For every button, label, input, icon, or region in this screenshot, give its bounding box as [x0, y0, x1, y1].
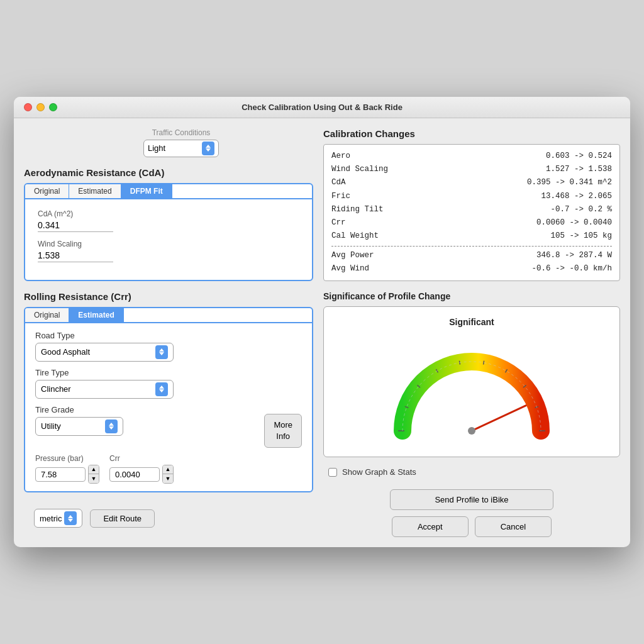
cal-row-avgwind: Avg Wind -0.6 -> -0.0 km/h — [331, 262, 612, 275]
tire-type-spinner[interactable] — [155, 382, 168, 396]
cda-value: 0.341 — [38, 220, 113, 232]
tire-type-label: Tire Type — [35, 368, 302, 377]
titlebar: Check Calibration Using Out & Back Ride — [14, 97, 630, 118]
significance-title: Significance of Profile Change — [323, 291, 620, 301]
show-graph-row: Show Graph & Stats — [323, 467, 620, 477]
cal-val-tilt: -0.7 -> 0.2 % — [550, 203, 612, 216]
cal-row-tilt: Riding Tilt -0.7 -> 0.2 % — [331, 203, 612, 216]
window-controls — [24, 103, 57, 111]
crr-tab-header: Original Estimated — [25, 308, 312, 323]
tire-grade-down — [109, 426, 114, 430]
cal-row-wind: Wind Scaling 1.527 -> 1.538 — [331, 163, 612, 176]
traffic-conditions-section: Traffic Conditions Light — [24, 128, 313, 157]
road-type-up — [159, 348, 164, 352]
cal-val-avgwind: -0.6 -> -0.0 km/h — [531, 262, 612, 275]
close-button[interactable] — [24, 103, 32, 111]
aero-tab-dfpm[interactable]: DFPM Fit — [121, 184, 172, 198]
gauge-svg — [365, 333, 579, 447]
crr-tab-original[interactable]: Original — [25, 308, 69, 322]
wind-scaling-value: 1.538 — [38, 250, 113, 262]
action-buttons: Send Profile to iBike Accept Cancel — [323, 489, 620, 537]
cal-changes-title: Calibration Changes — [323, 128, 620, 139]
pressure-stepper[interactable]: ▲ ▼ — [88, 465, 99, 484]
metric-value: metric — [40, 514, 62, 523]
cal-row-fric: Fric 13.468 -> 2.065 — [331, 190, 612, 203]
edit-route-button[interactable]: Edit Route — [90, 509, 155, 528]
cal-key-wind: Wind Scaling — [331, 163, 394, 176]
cal-key-calweight: Cal Weight — [331, 230, 394, 243]
cal-row-cda: CdA 0.395 -> 0.341 m^2 — [331, 176, 612, 189]
pressure-group: Pressure (bar) ▲ ▼ — [35, 454, 99, 484]
traffic-spinner[interactable] — [202, 142, 214, 155]
cal-key-aero: Aero — [331, 150, 394, 163]
traffic-select[interactable]: Light — [143, 140, 219, 157]
cal-val-crr: 0.0060 -> 0.0040 — [536, 216, 612, 230]
aero-tab-header: Original Estimated DFPM Fit — [25, 184, 312, 199]
crr-title: Rolling Resistance (Crr) — [24, 291, 313, 302]
content-area: Traffic Conditions Light Aerodynamic Res… — [14, 118, 630, 547]
tire-grade-value: Utility — [41, 421, 103, 431]
aero-title: Aerodynamic Resistance (CdA) — [24, 167, 313, 178]
crr-label: Crr — [109, 454, 174, 463]
pressure-input[interactable] — [35, 467, 86, 482]
window-title: Check Calibration Using Out & Back Ride — [242, 103, 402, 112]
cal-key-avgwind: Avg Wind — [331, 262, 394, 275]
calibration-table: Aero 0.603 -> 0.524 Wind Scaling 1.527 -… — [323, 144, 620, 281]
wind-scaling-field: Wind Scaling 1.538 — [38, 240, 299, 262]
cal-val-fric: 13.468 -> 2.065 — [541, 190, 612, 203]
gauge-arc — [402, 362, 541, 431]
crr-tab-estimated[interactable]: Estimated — [69, 308, 123, 322]
cal-val-calweight: 105 -> 105 kg — [550, 230, 612, 243]
show-graph-checkbox[interactable] — [328, 468, 337, 477]
crr-input[interactable] — [109, 467, 160, 482]
crr-input-row: ▲ ▼ — [109, 465, 174, 484]
road-type-value: Good Asphalt — [41, 347, 153, 357]
cda-label: CdA (m^2) — [38, 209, 299, 218]
tire-type-down — [159, 389, 164, 392]
more-info-button[interactable]: MoreInfo — [264, 414, 302, 448]
tire-grade-select[interactable]: Utility — [35, 417, 123, 436]
crr-up[interactable]: ▲ — [163, 465, 173, 474]
gauge-needle — [472, 406, 526, 431]
road-type-spinner[interactable] — [155, 345, 168, 359]
minimize-button[interactable] — [36, 103, 45, 111]
cancel-button[interactable]: Cancel — [475, 516, 552, 537]
cda-field: CdA (m^2) 0.341 — [38, 209, 299, 232]
tire-grade-up — [109, 423, 114, 426]
metric-up — [68, 515, 73, 518]
crr-down[interactable]: ▼ — [163, 474, 173, 483]
cal-val-wind: 1.527 -> 1.538 — [546, 163, 612, 176]
cal-key-tilt: Riding Tilt — [331, 203, 394, 216]
tire-type-up — [159, 386, 164, 389]
cal-key-cda: CdA — [331, 176, 394, 189]
cal-row-crr: Crr 0.0060 -> 0.0040 — [331, 216, 612, 230]
maximize-button[interactable] — [49, 103, 57, 111]
metric-down — [68, 519, 73, 522]
tire-type-select[interactable]: Clincher — [35, 380, 174, 399]
road-type-down — [159, 352, 164, 355]
cal-row-calweight: Cal Weight 105 -> 105 kg — [331, 230, 612, 243]
pressure-label: Pressure (bar) — [35, 454, 99, 463]
pressure-input-row: ▲ ▼ — [35, 465, 99, 484]
aero-tab-original[interactable]: Original — [25, 184, 69, 198]
aero-tab-estimated[interactable]: Estimated — [69, 184, 121, 198]
show-graph-label: Show Graph & Stats — [342, 467, 416, 477]
main-window: Check Calibration Using Out & Back Ride … — [14, 97, 630, 547]
tire-grade-spinner[interactable] — [105, 419, 118, 433]
send-profile-button[interactable]: Send Profile to iBike — [390, 489, 553, 510]
gauge-center — [468, 427, 475, 435]
road-type-label: Road Type — [35, 331, 302, 340]
right-panel: Calibration Changes Aero 0.603 -> 0.524 … — [323, 128, 620, 537]
cal-key-avgpower: Avg Power — [331, 249, 394, 262]
metric-select[interactable]: metric — [34, 509, 82, 528]
accept-button[interactable]: Accept — [392, 516, 469, 537]
pressure-down[interactable]: ▼ — [89, 474, 99, 483]
cal-val-cda: 0.395 -> 0.341 m^2 — [527, 176, 612, 189]
tire-type-value: Clincher — [41, 384, 153, 394]
road-type-select[interactable]: Good Asphalt — [35, 343, 174, 362]
crr-stepper[interactable]: ▲ ▼ — [162, 465, 174, 484]
pressure-up[interactable]: ▲ — [89, 465, 99, 474]
cal-row-aero: Aero 0.603 -> 0.524 — [331, 150, 612, 163]
metric-spinner[interactable] — [64, 511, 77, 525]
gauge-label: Significant — [334, 317, 609, 327]
